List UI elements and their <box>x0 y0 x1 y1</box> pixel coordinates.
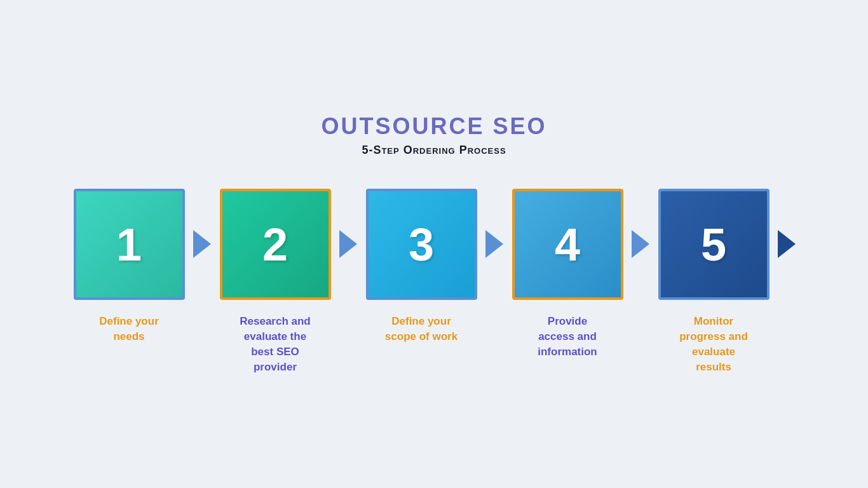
step-2-label: Research andevaluate thebest SEOprovider <box>215 314 336 374</box>
arrow-2-3 <box>339 230 357 258</box>
step-5-number: 5 <box>701 219 726 271</box>
arrow-3-4 <box>485 230 503 258</box>
step-5-box: 5 <box>658 189 770 300</box>
step-3-column: 3 Define yourscope of work <box>361 189 482 344</box>
sub-title: 5-Step Ordering Process <box>321 144 546 157</box>
step-1-column: 1 Define yourneeds <box>69 189 189 344</box>
main-title: OUTSOURCE SEO <box>321 113 546 140</box>
step-2-box: 2 <box>220 189 331 300</box>
arrow-1-2 <box>193 230 211 258</box>
step-3-number: 3 <box>409 219 434 271</box>
step-4-number: 4 <box>555 219 580 271</box>
step-4-label: Provideaccess andinformation <box>507 314 628 359</box>
step-4-column: 4 Provideaccess andinformation <box>507 189 628 359</box>
step-2-number: 2 <box>262 219 288 271</box>
steps-container: 1 Define yourneeds 2 Research andevaluat… <box>69 189 799 374</box>
arrow-4-5 <box>632 230 649 258</box>
step-3-box: 3 <box>366 189 477 300</box>
arrow-after-5 <box>778 230 796 258</box>
step-1-number: 1 <box>116 219 142 271</box>
header: OUTSOURCE SEO 5-Step Ordering Process <box>321 113 546 157</box>
step-1-label: Define yourneeds <box>69 314 189 344</box>
step-4-box: 4 <box>512 189 623 300</box>
step-3-label: Define yourscope of work <box>361 314 482 344</box>
step-5-label: Monitorprogress andevaluateresults <box>653 314 774 374</box>
step-2-column: 2 Research andevaluate thebest SEOprovid… <box>215 189 336 374</box>
step-5-column: 5 Monitorprogress andevaluateresults <box>653 189 774 374</box>
step-1-box: 1 <box>74 189 185 300</box>
